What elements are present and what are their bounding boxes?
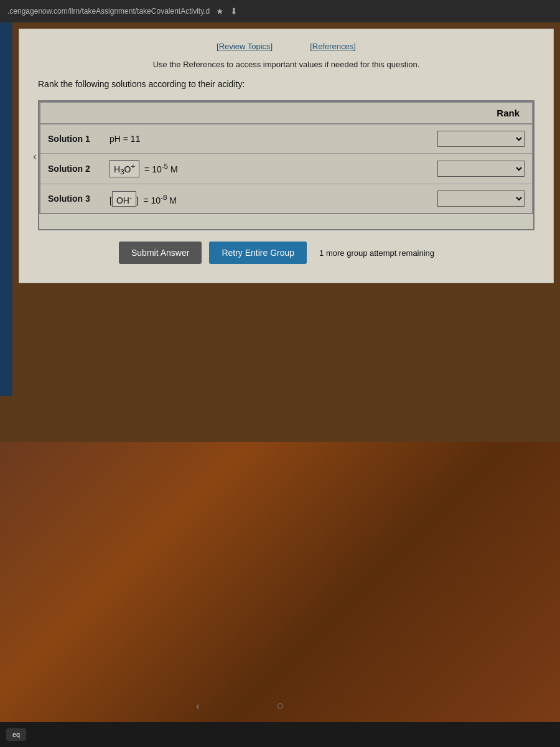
- wood-background: [0, 442, 560, 722]
- rank-table-container: Rank Solution 1 pH = 11 1 (most acid: [38, 100, 534, 230]
- rank-column-header: Rank: [430, 102, 533, 124]
- solution2-rank-select[interactable]: 1 (most acidic) 2 3 (least acidic): [437, 161, 525, 177]
- solution3-formula-box: OH-: [112, 191, 136, 207]
- back-nav: ‹: [196, 700, 200, 713]
- back-arrow[interactable]: ‹: [33, 149, 37, 162]
- solution1-rank-select[interactable]: 1 (most acidic) 2 3 (least acidic): [437, 131, 525, 147]
- nav-back-icon[interactable]: ‹: [196, 700, 200, 712]
- question-text: Rank the following solutions according t…: [38, 79, 534, 89]
- table-row: Solution 1 pH = 11 1 (most acidic) 2 3 (…: [40, 124, 533, 154]
- solution1-rank-cell: 1 (most acidic) 2 3 (least acidic): [430, 124, 533, 154]
- solution3-formula: [OH-] = 10-8 M: [102, 184, 430, 214]
- taskbar-item[interactable]: eq: [6, 728, 26, 741]
- browser-bar: .cengagenow.com/ilrn/takeAssignment/take…: [0, 0, 560, 22]
- solution2-formula: H3O+ = 10-5 M: [102, 154, 430, 184]
- solution2-rank-cell: 1 (most acidic) 2 3 (least acidic): [430, 154, 533, 184]
- solution1-formula: pH = 11: [102, 124, 430, 154]
- solution1-label: Solution 1: [40, 124, 102, 154]
- references-link[interactable]: [References]: [310, 42, 356, 51]
- solution3-rank-cell: 1 (most acidic) 2 3 (least acidic): [430, 184, 533, 214]
- star-icon[interactable]: ★: [216, 6, 224, 16]
- solution3-label: Solution 3: [40, 184, 102, 214]
- retry-entire-group-button[interactable]: Retry Entire Group: [209, 242, 307, 264]
- buttons-row: Submit Answer Retry Entire Group 1 more …: [38, 242, 534, 264]
- table-header-row: Rank: [40, 102, 533, 124]
- main-content-box: ‹ [Review Topics] [References] Use the R…: [19, 29, 554, 283]
- taskbar: eq: [0, 722, 560, 747]
- rank-table: Rank Solution 1 pH = 11 1 (most acid: [39, 101, 533, 214]
- submit-answer-button[interactable]: Submit Answer: [119, 242, 202, 264]
- review-topics-link[interactable]: [Review Topics]: [217, 42, 273, 51]
- top-links: [Review Topics] [References]: [38, 42, 534, 51]
- table-row: Solution 3 [OH-] = 10-8 M 1 (most acidic…: [40, 184, 533, 214]
- empty-header: [40, 102, 430, 124]
- instruction-text: Use the References to access important v…: [38, 60, 534, 69]
- solution2-formula-box: H3O+: [110, 160, 139, 177]
- solution2-label: Solution 2: [40, 154, 102, 184]
- download-icon[interactable]: ⬇: [230, 6, 238, 16]
- sidebar-left: [0, 22, 12, 396]
- home-button[interactable]: ○: [276, 698, 284, 712]
- bottom-nav: ○: [276, 698, 284, 713]
- url-text: .cengagenow.com/ilrn/takeAssignment/take…: [7, 7, 210, 16]
- table-row: Solution 2 H3O+ = 10-5 M 1 (most acidic)…: [40, 154, 533, 184]
- attempts-remaining-text: 1 more group attempt remaining: [319, 248, 434, 258]
- solution3-rank-select[interactable]: 1 (most acidic) 2 3 (least acidic): [437, 190, 525, 207]
